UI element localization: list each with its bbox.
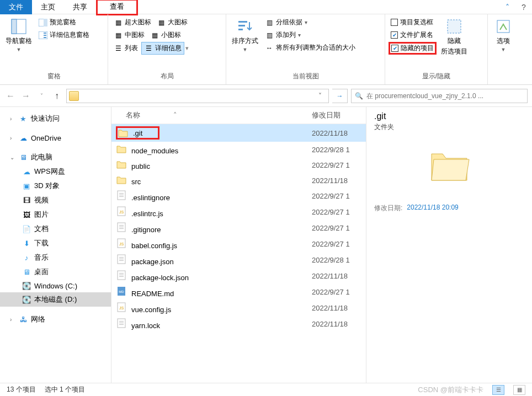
tree-desktop[interactable]: 🖥桌面 xyxy=(0,265,111,279)
back-button[interactable]: ← xyxy=(4,90,17,102)
tree-onedrive[interactable]: ›☁OneDrive xyxy=(0,131,111,145)
ribbon-tabs: 文件 主页 共享 查看 ˄ ? xyxy=(0,0,532,14)
file-icon xyxy=(118,128,129,138)
tree-music[interactable]: ♪音乐 xyxy=(0,250,111,265)
chk-item-checkboxes[interactable]: 项目复选框 xyxy=(389,17,437,28)
view-details-button[interactable]: ☰ xyxy=(492,385,504,395)
tree-wps[interactable]: ☁WPS网盘 xyxy=(0,164,111,179)
file-list: 名称˄ 修改日期 .git2022/11/18node_modules2022/… xyxy=(111,107,366,385)
file-icon xyxy=(116,222,127,232)
tree-network[interactable]: ›🖧网络 xyxy=(0,312,111,327)
file-row[interactable]: node_modules2022/9/28 1 xyxy=(111,142,366,157)
fit-columns-button[interactable]: ↔将所有列调整为合适的大小 xyxy=(263,42,358,53)
file-row[interactable]: src2022/11/18 xyxy=(111,173,366,188)
tree-quick-access[interactable]: ›★快速访问 xyxy=(0,111,111,126)
add-columns-button[interactable]: ▥添加列 xyxy=(263,29,358,41)
file-row[interactable]: package.json2022/9/28 1 xyxy=(111,252,366,268)
tab-share[interactable]: 共享 xyxy=(64,0,96,14)
svg-rect-39 xyxy=(119,323,124,323)
file-date: 2022/9/27 1 xyxy=(312,208,361,216)
tab-file[interactable]: 文件 xyxy=(0,0,32,14)
address-dropdown-icon[interactable]: ˅ xyxy=(314,92,326,100)
tree-docs[interactable]: 📄文档 xyxy=(0,222,111,236)
details-modified-label: 修改日期: xyxy=(374,204,402,213)
layout-small[interactable]: ▦小图标 xyxy=(148,29,183,41)
svg-rect-26 xyxy=(119,257,124,258)
file-icon: JS xyxy=(116,302,127,312)
file-row[interactable]: .eslintignore2022/9/27 1 xyxy=(111,188,366,204)
file-date: 2022/9/28 1 xyxy=(312,146,361,154)
svg-rect-10 xyxy=(238,29,243,30)
file-icon xyxy=(116,190,127,200)
svg-rect-40 xyxy=(119,324,124,325)
col-date[interactable]: 修改日期 xyxy=(312,110,361,120)
tree-3d[interactable]: ▣3D 对象 xyxy=(0,179,111,193)
file-row[interactable]: yarn.lock2022/11/18 xyxy=(111,316,366,332)
tree-c-drive[interactable]: 💽Windows (C:) xyxy=(0,279,111,292)
file-row[interactable]: .gitignore2022/9/27 1 xyxy=(111,220,366,236)
layout-large[interactable]: ▦大图标 xyxy=(155,17,190,28)
file-icon xyxy=(116,144,127,154)
sort-indicator-icon: ˄ xyxy=(173,111,177,119)
file-icon xyxy=(116,159,127,169)
svg-rect-31 xyxy=(119,275,124,275)
file-name: public xyxy=(131,162,150,170)
search-box[interactable]: 🔍 xyxy=(351,89,528,103)
ribbon-collapse-icon[interactable]: ˄ xyxy=(499,3,515,12)
nav-pane-button[interactable]: 导航窗格 ▼ xyxy=(3,17,34,53)
layout-xlarge[interactable]: ▦超大图标 xyxy=(111,17,153,28)
tree-videos[interactable]: 🎞视频 xyxy=(0,193,111,207)
tree-this-pc[interactable]: ⌄🖥此电脑 xyxy=(0,150,111,164)
file-name: node_modules xyxy=(131,147,178,155)
file-icon: JS xyxy=(116,238,127,248)
details-pane-button[interactable]: 详细信息窗格 xyxy=(36,29,92,41)
help-icon[interactable]: ? xyxy=(515,3,532,12)
tab-view[interactable]: 查看 xyxy=(96,0,138,15)
sort-button[interactable]: 排序方式 ▼ xyxy=(230,17,260,53)
file-date: 2022/9/27 1 xyxy=(312,192,361,200)
forward-button[interactable]: → xyxy=(20,90,32,102)
layout-list[interactable]: ☰列表 xyxy=(111,42,140,55)
search-input[interactable] xyxy=(366,92,524,100)
group-show-label: 显示/隐藏 xyxy=(389,69,484,84)
hide-label: 隐藏 xyxy=(448,36,461,46)
view-icons-button[interactable]: ▦ xyxy=(513,385,525,395)
file-name: package-lock.json xyxy=(131,274,189,282)
file-row[interactable]: JSbabel.config.js2022/9/27 1 xyxy=(111,236,366,252)
file-name: yarn.lock xyxy=(131,322,160,330)
file-row[interactable]: .git2022/11/18 xyxy=(111,124,366,142)
chk-hidden-items[interactable]: 隐藏的项目 xyxy=(389,42,437,55)
file-row[interactable]: JS.eslintrc.js2022/9/27 1 xyxy=(111,204,366,220)
file-row[interactable]: public2022/9/27 1 xyxy=(111,157,366,173)
hide-selected-button[interactable]: 隐藏 所选项目 xyxy=(439,17,470,57)
column-headers[interactable]: 名称˄ 修改日期 xyxy=(111,107,366,124)
file-row[interactable]: package-lock.json2022/11/18 xyxy=(111,268,366,284)
layout-medium[interactable]: ▦中图标 xyxy=(111,29,147,41)
file-row[interactable]: JSvue.config.js2022/11/18 xyxy=(111,300,366,316)
status-selection: 选中 1 个项目 xyxy=(45,385,85,394)
options-button[interactable]: 选项 ▼ xyxy=(491,17,515,53)
tree-pictures[interactable]: 🖼图片 xyxy=(0,207,111,222)
file-name: vue.config.js xyxy=(131,306,171,314)
history-dropdown[interactable]: ˅ xyxy=(35,90,47,102)
layout-details[interactable]: ☰详细信息 xyxy=(141,42,184,55)
file-name: .eslintignore xyxy=(131,194,170,202)
folder-large-icon xyxy=(427,143,471,187)
file-name: babel.config.js xyxy=(131,242,177,250)
group-by-button[interactable]: ▥分组依据 xyxy=(263,17,358,28)
tree-downloads[interactable]: ⬇下载 xyxy=(0,236,111,250)
tab-home[interactable]: 主页 xyxy=(32,0,64,14)
svg-rect-1 xyxy=(12,19,17,34)
up-button[interactable]: ↑ xyxy=(51,90,63,102)
address-bar[interactable]: ˅ xyxy=(66,89,329,103)
refresh-button[interactable]: → xyxy=(332,89,348,103)
preview-pane-button[interactable]: 预览窗格 xyxy=(36,17,92,28)
details-title: .git xyxy=(374,111,524,121)
tree-d-drive[interactable]: 💽本地磁盘 (D:) xyxy=(0,292,111,307)
ribbon: 导航窗格 ▼ 预览窗格 详细信息窗格 窗格 ▦超大图标 ▦大图标 ▦中图标 ▦小… xyxy=(0,14,532,85)
chk-file-extensions[interactable]: 文件扩展名 xyxy=(389,29,437,41)
col-name[interactable]: 名称 xyxy=(126,111,140,119)
hide-sel-label: 所选项目 xyxy=(441,47,467,56)
group-current-label: 当前视图 xyxy=(230,69,381,84)
file-row[interactable]: MDREADME.md2022/9/27 1 xyxy=(111,284,366,300)
